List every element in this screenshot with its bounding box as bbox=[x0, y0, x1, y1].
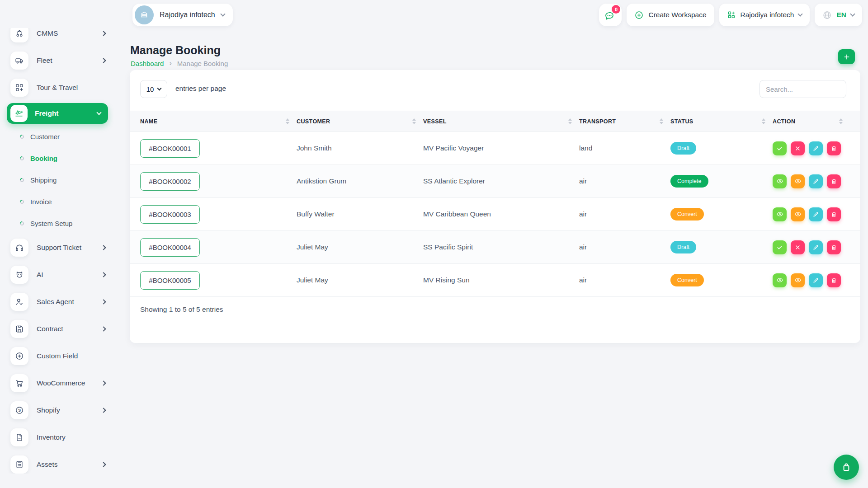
sidebar-item-freight[interactable]: Freight bbox=[7, 103, 108, 124]
reject-button[interactable] bbox=[791, 240, 805, 254]
vessel-cell: MV Rising Sun bbox=[423, 276, 579, 284]
preview-button[interactable] bbox=[791, 207, 805, 221]
messages-badge: 0 bbox=[612, 5, 620, 14]
column-header-customer[interactable]: CUSTOMER bbox=[297, 118, 423, 125]
edit-button[interactable] bbox=[809, 240, 823, 254]
table-body: #BOOK00001 John Smith MV Pacific Voyager… bbox=[130, 132, 860, 297]
sort-icon bbox=[839, 118, 843, 124]
sidebar-item-shopify[interactable]: S Shopify bbox=[0, 397, 115, 424]
chevron-right-icon bbox=[101, 299, 106, 304]
eye-icon bbox=[776, 211, 783, 218]
check-icon bbox=[776, 244, 783, 251]
transport-cell: air bbox=[579, 276, 670, 284]
company-menu[interactable]: Rajodiya infotech bbox=[719, 4, 810, 26]
sidebar-item-inventory[interactable]: Inventory bbox=[0, 424, 115, 451]
sidebar-subitem-customer[interactable]: Customer bbox=[0, 126, 115, 147]
delete-button[interactable] bbox=[827, 240, 841, 254]
messages-button[interactable]: 0 bbox=[599, 4, 622, 26]
column-header-status[interactable]: STATUS bbox=[670, 118, 773, 125]
table-row: #BOOK00005 Juliet May MV Rising Sun air … bbox=[130, 264, 860, 297]
sidebar-item-support-ticket[interactable]: Support Ticket bbox=[0, 234, 115, 261]
eye-icon bbox=[794, 178, 802, 185]
booking-number-link[interactable]: #BOOK00002 bbox=[140, 172, 200, 191]
sidebar-item-custom-field[interactable]: Custom Field bbox=[0, 343, 115, 370]
view-button[interactable] bbox=[773, 174, 787, 188]
delete-button[interactable] bbox=[827, 141, 841, 155]
row-actions bbox=[773, 207, 850, 221]
chevron-right-icon bbox=[101, 380, 106, 385]
sidebar-subitem-invoice[interactable]: Invoice bbox=[0, 191, 115, 212]
sidebar-item-woocommerce[interactable]: WooCommerce bbox=[0, 370, 115, 397]
edit-button[interactable] bbox=[809, 174, 823, 188]
booking-number-link[interactable]: #BOOK00004 bbox=[140, 238, 200, 257]
cart-icon bbox=[10, 374, 28, 392]
booking-number-link[interactable]: #BOOK00003 bbox=[140, 205, 200, 224]
pencil-icon bbox=[812, 145, 819, 152]
page-title: Manage Booking bbox=[130, 44, 221, 57]
edit-button[interactable] bbox=[809, 273, 823, 287]
delete-button[interactable] bbox=[827, 273, 841, 287]
approve-button[interactable] bbox=[773, 141, 787, 155]
breadcrumb-current: Manage Booking bbox=[177, 60, 228, 67]
breadcrumb-separator-icon: › bbox=[169, 59, 171, 67]
trash-icon bbox=[830, 277, 837, 284]
sidebar-item-label: Inventory bbox=[37, 433, 105, 441]
cart-fab-button[interactable] bbox=[834, 455, 859, 480]
sidebar-item-label: WooCommerce bbox=[37, 379, 102, 387]
eye-icon bbox=[794, 211, 802, 218]
view-button[interactable] bbox=[773, 273, 787, 287]
sidebar-item-sales-agent[interactable]: Sales Agent bbox=[0, 288, 115, 315]
sidebar-item-label: Tour & Travel bbox=[37, 84, 105, 92]
table-summary: Showing 1 to 5 of 5 entries bbox=[140, 305, 223, 314]
circle-plus-icon bbox=[10, 347, 28, 365]
breadcrumb-dashboard-link[interactable]: Dashboard bbox=[131, 60, 164, 67]
language-menu[interactable]: EN bbox=[815, 4, 862, 26]
reject-button[interactable] bbox=[791, 141, 805, 155]
column-header-action[interactable]: ACTION bbox=[773, 118, 850, 125]
vessel-cell: SS Pacific Spirit bbox=[423, 243, 579, 251]
topbar-actions: 0 Create Workspace Rajodiya infotech EN bbox=[599, 4, 862, 26]
workspace-switcher[interactable]: Rajodiya infotech bbox=[132, 4, 233, 26]
row-actions bbox=[773, 273, 850, 287]
table-row: #BOOK00001 John Smith MV Pacific Voyager… bbox=[130, 132, 860, 165]
column-header-vessel[interactable]: VESSEL bbox=[423, 118, 579, 125]
sidebar-item-label: Freight bbox=[35, 109, 97, 117]
booking-number-link[interactable]: #BOOK00001 bbox=[140, 139, 200, 158]
freight-plane-icon bbox=[10, 105, 28, 122]
approve-button[interactable] bbox=[773, 240, 787, 254]
sidebar-item-ai[interactable]: AI bbox=[0, 261, 115, 288]
company-name: Rajodiya infotech bbox=[741, 11, 794, 19]
view-button[interactable] bbox=[773, 207, 787, 221]
sidebar-subitem-label: System Setup bbox=[30, 220, 72, 227]
search-input[interactable] bbox=[760, 80, 846, 98]
fleet-icon bbox=[10, 52, 28, 70]
sidebar-item-tour-travel[interactable]: Tour & Travel bbox=[0, 74, 115, 101]
pencil-icon bbox=[812, 211, 819, 218]
create-workspace-button[interactable]: Create Workspace bbox=[627, 4, 714, 26]
delete-button[interactable] bbox=[827, 174, 841, 188]
edit-button[interactable] bbox=[809, 141, 823, 155]
row-actions bbox=[773, 141, 850, 155]
sidebar-subitem-shipping[interactable]: Shipping bbox=[0, 169, 115, 191]
delete-button[interactable] bbox=[827, 207, 841, 221]
edit-button[interactable] bbox=[809, 207, 823, 221]
trash-icon bbox=[830, 211, 837, 218]
vessel-cell: MV Pacific Voyager bbox=[423, 144, 579, 152]
trash-icon bbox=[830, 178, 837, 185]
add-booking-button[interactable] bbox=[838, 49, 855, 64]
preview-button[interactable] bbox=[791, 273, 805, 287]
column-header-transport[interactable]: TRANSPORT bbox=[579, 118, 670, 125]
booking-table-card: 10 entries per page NAME CUSTOMER VESSEL… bbox=[130, 70, 860, 343]
sidebar-item-assets[interactable]: Assets bbox=[0, 451, 115, 474]
column-header-name[interactable]: NAME bbox=[140, 118, 297, 125]
sidebar-item-fleet[interactable]: Fleet bbox=[0, 47, 115, 74]
booking-number-link[interactable]: #BOOK00005 bbox=[140, 271, 200, 290]
sidebar-subitem-booking[interactable]: Booking bbox=[0, 147, 115, 169]
entries-per-page-select[interactable]: 10 bbox=[140, 80, 167, 98]
sort-icon bbox=[286, 118, 289, 124]
file-icon bbox=[10, 428, 28, 446]
entries-per-page-label: entries per page bbox=[175, 84, 226, 93]
sidebar-subitem-system-setup[interactable]: System Setup bbox=[0, 212, 115, 234]
sidebar-item-contract[interactable]: Contract bbox=[0, 315, 115, 343]
preview-button[interactable] bbox=[791, 174, 805, 188]
